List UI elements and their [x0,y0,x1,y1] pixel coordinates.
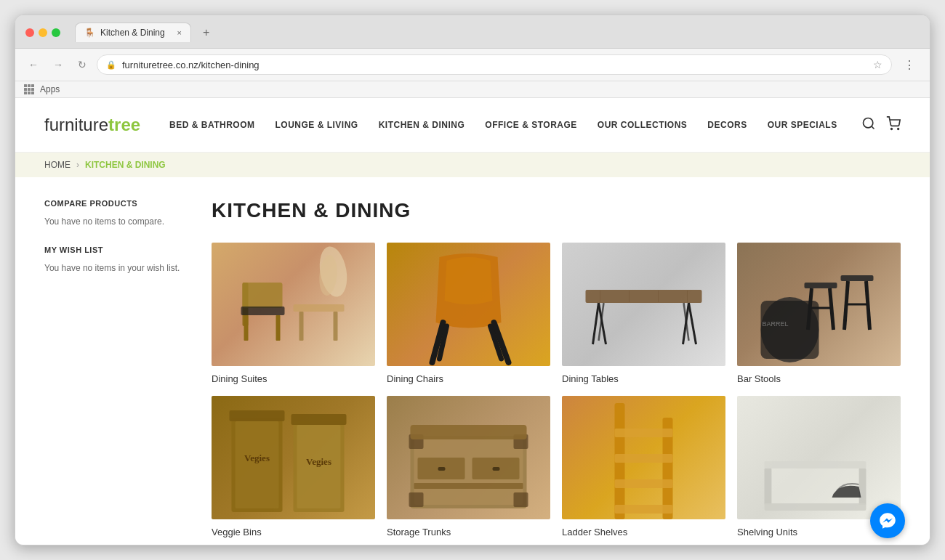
product-name-ladder-shelves: Ladder Shelves [562,527,725,537]
product-image-dining-tables [562,243,725,366]
svg-rect-5 [243,283,283,308]
svg-line-1 [872,126,874,129]
url-input[interactable] [122,60,867,70]
dining-tables-illustration [562,243,725,366]
product-name-dining-chairs: Dining Chairs [387,373,550,384]
product-image-ladder-shelves [562,396,725,519]
compare-text: You have no items to compare. [44,215,190,228]
browser-titlebar: 🪑 Kitchen & Dining × + [15,15,930,49]
product-card-veggie-bins[interactable]: Vegies Vegies Veggie Bins [212,396,375,537]
svg-rect-63 [615,454,673,463]
lock-icon: 🔒 [106,60,116,70]
compare-section: COMPARE PRODUCTS You have no items to co… [44,199,190,228]
svg-text:Vegies: Vegies [244,453,270,463]
logo-part1: furniture [44,115,108,134]
browser-toolbar: ← → ↻ 🔒 ☆ ⋮ [15,49,930,81]
product-name-bar-stools: Bar Stools [737,373,901,384]
svg-rect-31 [805,283,837,288]
apps-bar: Apps [15,81,930,98]
logo-part2: tree [108,115,140,134]
back-button[interactable]: ← [24,56,43,73]
nav-item-kitchen-dining[interactable]: KITCHEN & DINING [379,120,465,130]
page-title: KITCHEN & DINING [212,199,901,222]
bookmark-star-icon[interactable]: ☆ [873,59,882,70]
product-image-dining-chairs [387,243,550,366]
svg-rect-66 [765,461,866,468]
bar-stools-illustration: BARREL [737,243,901,366]
product-image-shelving-units [737,396,901,519]
svg-rect-18 [586,290,702,303]
product-card-dining-chairs[interactable]: Dining Chairs [387,243,550,384]
tab-close-button[interactable]: × [177,28,182,37]
tab-favicon: 🪑 [84,28,94,38]
svg-rect-54 [411,425,527,439]
svg-rect-65 [615,505,673,514]
svg-rect-57 [438,467,446,471]
svg-rect-46 [291,414,347,425]
nav-item-decors[interactable]: DECORS [707,120,747,130]
svg-rect-35 [841,275,874,281]
product-card-bar-stools[interactable]: BARREL Bar Stools [737,243,901,384]
svg-rect-10 [299,312,304,341]
close-dot[interactable] [25,28,34,37]
vegies-illustration: Vegies Vegies [212,396,375,519]
product-card-dining-tables[interactable]: Dining Tables [562,243,725,384]
nav-item-office-storage[interactable]: OFFICE & STORAGE [485,120,576,130]
apps-grid-icon [24,84,34,94]
svg-rect-6 [241,307,285,315]
svg-rect-53 [514,492,528,507]
messenger-button[interactable] [870,503,905,538]
browser-menu-button[interactable]: ⋮ [898,55,921,75]
svg-rect-42 [230,410,285,421]
cart-button[interactable] [886,116,901,134]
shelf-illustration [737,396,901,519]
forward-button[interactable]: → [49,56,68,73]
ladder-illustration [562,396,725,519]
svg-rect-59 [414,483,523,489]
breadcrumb: HOME › KITCHEN & DINING [15,153,930,177]
address-bar[interactable]: 🔒 ☆ [97,54,892,75]
svg-rect-9 [294,304,345,312]
compare-title: COMPARE PRODUCTS [44,199,190,208]
wishlist-section: MY WISH LIST You have no items in your w… [44,245,190,275]
svg-rect-64 [615,479,673,488]
svg-rect-41 [236,421,279,508]
nav-menu: BED & BATHROOM LOUNGE & LIVING KITCHEN &… [169,120,851,130]
refresh-button[interactable]: ↻ [73,56,91,73]
product-card-storage-trunks[interactable]: Storage Trunks [387,396,550,537]
product-card-dining-suites[interactable]: Dining Suites [212,243,375,384]
svg-rect-7 [244,315,249,341]
maximize-dot[interactable] [52,28,60,37]
svg-point-3 [898,128,899,129]
wishlist-title: MY WISH LIST [44,245,190,254]
search-button[interactable] [861,116,876,134]
new-tab-button[interactable]: + [198,23,214,42]
minimize-dot[interactable] [39,28,47,37]
svg-rect-11 [334,312,338,341]
nav-item-lounge-living[interactable]: LOUNGE & LIVING [276,120,358,130]
cart-icon [886,116,901,131]
svg-text:Vegies: Vegies [306,456,331,467]
wishlist-text: You have no items in your wish list. [44,261,190,275]
site-logo[interactable]: furnituretree [44,115,140,135]
nav-item-our-collections[interactable]: OUR COLLECTIONS [598,120,688,130]
breadcrumb-current: KITCHEN & DINING [85,160,166,170]
messenger-icon [878,511,897,530]
svg-rect-8 [276,315,281,341]
trunk-illustration [387,396,550,519]
sidebar: COMPARE PRODUCTS You have no items to co… [44,199,190,537]
logo-text: furnituretree [44,115,140,134]
browser-tab[interactable]: 🪑 Kitchen & Dining × [75,23,191,42]
website-content: furnituretree BED & BATHROOM LOUNGE & LI… [15,98,930,545]
breadcrumb-home[interactable]: HOME [44,160,71,170]
apps-label: Apps [40,84,60,94]
nav-item-our-specials[interactable]: OUR SPECIALS [768,120,837,130]
svg-rect-67 [765,468,772,505]
product-card-ladder-shelves[interactable]: Ladder Shelves [562,396,725,537]
site-navigation: furnituretree BED & BATHROOM LOUNGE & LI… [15,98,930,153]
svg-rect-70 [772,468,859,503]
tab-title: Kitchen & Dining [100,28,165,38]
product-name-dining-tables: Dining Tables [562,373,725,384]
nav-item-bed-bathroom[interactable]: BED & BATHROOM [169,120,254,130]
svg-text:BARREL: BARREL [762,320,788,328]
